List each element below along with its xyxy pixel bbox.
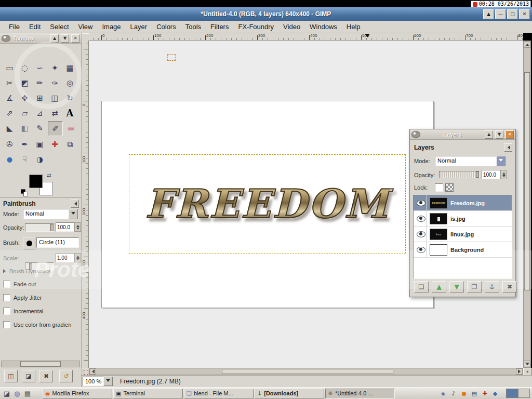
menu-layer[interactable]: Layer [126,21,152,32]
restore-options-button[interactable]: ◪ [22,370,35,382]
menu-filters[interactable]: Filters [206,21,233,32]
tool-clone-button[interactable]: ▣ [33,137,47,151]
tool-perspective-button[interactable]: ⊿ [33,106,47,120]
opacity-slider-thumb[interactable] [50,224,54,231]
save-options-button[interactable]: ◫ [4,370,18,382]
alerts-tray-icon[interactable]: ✚ [480,389,489,398]
tool-fuzzy-select-button[interactable]: ✦ [48,61,62,75]
delete-options-button[interactable]: ✖ [39,370,53,382]
tool-ink-button[interactable]: ✒ [18,137,32,151]
dropdown-arrow-icon[interactable] [69,209,78,219]
tool-paths-button[interactable]: ✏ [33,76,47,90]
menu-file[interactable]: File [4,21,24,32]
menu-select[interactable]: Select [45,21,73,32]
visibility-cell[interactable] [416,242,427,257]
tool-options-scrollbar[interactable] [1,361,80,367]
volume-tray-icon[interactable]: ♪ [449,389,458,398]
layers-close-button[interactable]: ✕ [506,130,514,139]
clock-widget[interactable]: 00:28 03/26/2013 [471,1,531,8]
layers-opacity-slider[interactable] [439,171,480,178]
menu-image[interactable]: Image [97,21,125,32]
menu-view[interactable]: View [74,21,98,32]
minimize-button[interactable]: — [495,9,506,19]
zoom-select[interactable]: 100 % [83,377,113,386]
opacity-spinner[interactable] [56,222,81,232]
tool-measure-button[interactable]: ∡ [3,91,17,105]
menu-fx-foundry[interactable]: FX-Foundry [233,21,278,32]
lock-pixels-toggle[interactable] [435,183,443,192]
lower-layer-button[interactable]: ▼ [449,281,464,292]
tool-rotate-button[interactable]: ↻ [63,91,77,105]
tool-zoom-button[interactable]: ◎ [63,76,77,90]
anchor-layer-button[interactable]: ⚓ [485,281,499,292]
paint-mode-select[interactable]: Normal [23,209,78,219]
scroll-up-arrow[interactable] [524,41,530,48]
visibility-cell[interactable] [416,195,427,210]
tool-shear-button[interactable]: ▱ [18,106,32,120]
new-layer-button[interactable]: ❏ [414,281,429,292]
scale-input[interactable] [56,253,74,262]
canvas-vscrollbar[interactable] [523,41,531,368]
menu-windows[interactable]: Windows [305,21,342,32]
toolbox-minimize-button[interactable]: ▼ [61,34,69,43]
layers-opacity-thumb[interactable] [476,171,479,178]
tool-rectangle-select-button[interactable]: ▭ [3,61,17,75]
workspace-2[interactable] [518,389,529,397]
tool-pencil-button[interactable]: ✎ [33,121,47,135]
tool-scale-button[interactable]: ⇗ [3,106,17,120]
menu-help[interactable]: Help [342,21,365,32]
visibility-cell[interactable] [416,227,427,242]
swap-colors-icon[interactable]: ⇄ [47,172,51,178]
reset-options-button[interactable]: ↺ [59,370,73,382]
dropdown-arrow-icon[interactable] [496,156,506,166]
foreground-color-swatch[interactable] [29,175,43,188]
visibility-cell[interactable] [416,211,427,226]
taskbar-window-blend[interactable]: ❏ blend - File M... [184,389,254,398]
scrollbar-thumb[interactable] [20,361,61,367]
taskbar-window-firefox[interactable]: ◉ Mozilla Firefox [43,389,112,398]
network-tray-icon[interactable]: ◈ [438,389,448,398]
tool-blur-sharpen-button[interactable]: ● [3,152,17,166]
fade-out-checkbox[interactable] [3,281,10,288]
layers-opacity-input[interactable] [482,170,500,179]
file-manager-icon[interactable]: ▤ [23,389,32,398]
tool-flip-button[interactable]: ⇄ [48,106,62,120]
tool-airbrush-button[interactable]: ✇ [3,137,17,151]
taskbar-window-terminal[interactable]: ▣ Terminal [113,389,183,398]
tool-color-picker-button[interactable]: ✑ [48,76,62,90]
horizontal-ruler[interactable]: 0 100 200 300 400 500 600 700 800 [89,33,523,41]
vertical-ruler[interactable]: 0 100 200 300 400 [82,41,89,368]
tool-eraser-button[interactable]: ▬ [64,121,78,135]
tool-blend-button[interactable]: ◧ [18,121,32,135]
scroll-left-arrow[interactable] [89,368,96,375]
layer-row-is[interactable]: is.jpg [414,211,512,227]
tool-bucket-fill-button[interactable]: ◣ [3,121,17,135]
tool-text-button[interactable]: A [63,106,77,120]
layers-dialog-titlebar[interactable]: Layers ▲ ▼ ✕ [410,129,515,140]
tool-perspective-clone-button[interactable]: ⧉ [63,137,77,151]
workspace-1[interactable] [507,389,518,397]
scale-spinner[interactable] [56,253,81,262]
menu-video[interactable]: Video [278,21,305,32]
tool-crop-button[interactable]: ◫ [48,91,62,105]
duplicate-layer-button[interactable]: ❐ [467,281,482,292]
tool-foreground-select-button[interactable]: ◩ [18,76,32,90]
tool-paintbrush-button[interactable]: ✐ [48,121,63,136]
tool-select-by-color-button[interactable]: ▦ [63,61,77,75]
opacity-input[interactable] [56,222,74,232]
toolbox-close-button[interactable]: ✕ [71,34,79,43]
canvas-hscrollbar[interactable] [89,368,523,375]
tool-ellipse-select-button[interactable]: ◌ [18,61,32,75]
color-from-gradient-checkbox[interactable] [3,321,10,328]
spinner-arrows-icon[interactable] [74,222,81,232]
tool-heal-button[interactable]: ✚ [48,137,62,151]
workspace-pager[interactable] [506,389,530,398]
tool-options-collapse-button[interactable] [71,200,79,208]
zoom-dropdown-arrow-icon[interactable] [103,377,113,386]
display-tray-icon[interactable]: ▤ [470,389,479,398]
raise-layer-button[interactable]: ▲ [432,281,446,292]
brush-dynamics-expander[interactable]: Brush Dynamics [3,268,51,274]
bluetooth-tray-icon[interactable]: ◆ [490,389,500,398]
brush-name-field[interactable]: Circle (11) [36,237,79,248]
shade-button[interactable]: ▲ [483,9,494,19]
